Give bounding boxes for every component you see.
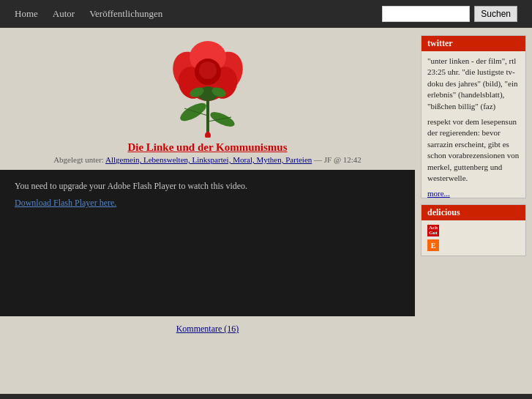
sidebar: twitter "unter linken - der film", rtl 2… <box>415 28 532 394</box>
header: Home Autor Veröffentlichungen Suchen <box>0 0 532 28</box>
comments-link: Kommentare (16) <box>0 316 415 342</box>
search-input[interactable] <box>382 6 470 22</box>
rose-illustration <box>149 35 266 138</box>
article-meta: Abgelegt unter: Allgemein, Lebenswelten,… <box>0 155 415 164</box>
search-area: Suchen <box>382 6 517 22</box>
svg-point-12 <box>199 61 217 79</box>
meta-links[interactable]: Allgemein, Lebenswelten, Linkspartei, Mo… <box>105 155 312 164</box>
delicious-widget: delicious AchGut E <box>421 204 526 256</box>
article-title: Die Linke und der Kommunismus <box>15 141 400 154</box>
video-link[interactable]: Download Flash Player here. <box>15 198 116 208</box>
twitter-widget: twitter "unter linken - der film", rtl 2… <box>421 35 526 198</box>
content-area: Die Linke und der Kommunismus Abgelegt u… <box>0 28 415 394</box>
tweet-2: respekt vor dem lesepensun der regierend… <box>427 116 520 184</box>
delicious-item-1: AchGut <box>427 225 520 236</box>
e-bookmark-icon: E <box>427 239 439 251</box>
comments-anchor[interactable]: Kommentare (16) <box>176 324 239 334</box>
delicious-title: delicious <box>422 205 525 220</box>
tweet-1: "unter linken - der film", rtl 23:25 uhr… <box>427 56 520 112</box>
meta-suffix: — JF @ 12:42 <box>314 155 361 164</box>
search-button[interactable]: Suchen <box>474 6 517 22</box>
rose-area <box>0 28 415 138</box>
meta-prefix: Abgelegt unter: <box>53 155 104 164</box>
nav-veroeffentlichungen[interactable]: Veröffentlichungen <box>89 8 162 20</box>
video-box: You need to upgrade your Adobe Flash Pla… <box>0 170 415 316</box>
tweet-more-link[interactable]: more... <box>427 189 450 198</box>
delicious-body: AchGut E <box>422 220 525 256</box>
nav-autor[interactable]: Autor <box>53 8 75 20</box>
nav: Home Autor Veröffentlichungen <box>15 8 162 20</box>
twitter-body: "unter linken - der film", rtl 23:25 uhr… <box>422 51 525 198</box>
svg-point-1 <box>177 100 209 124</box>
video-message: You need to upgrade your Adobe Flash Pla… <box>15 181 400 192</box>
nav-home[interactable]: Home <box>15 8 38 20</box>
main-container: Die Linke und der Kommunismus Abgelegt u… <box>0 28 532 394</box>
ach-gut-icon: AchGut <box>427 225 439 236</box>
twitter-title: twitter <box>422 36 525 51</box>
svg-point-2 <box>208 109 236 130</box>
delicious-item-2: E <box>427 239 520 251</box>
